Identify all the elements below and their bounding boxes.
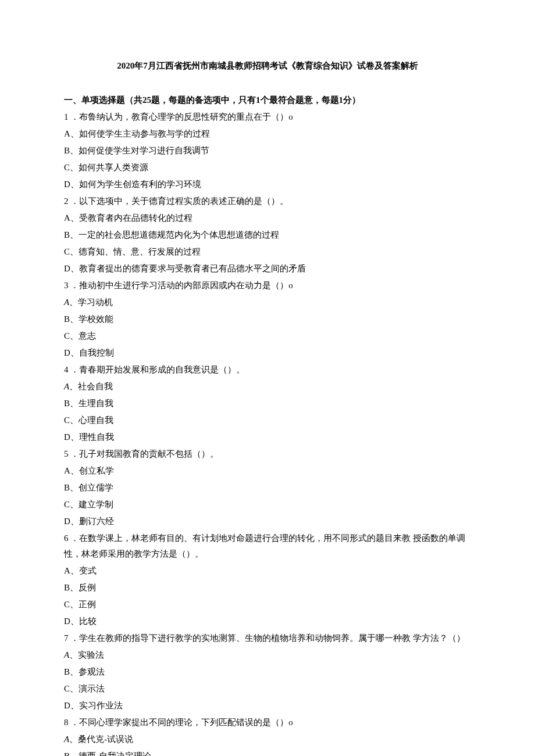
question-2-option-b: B、一定的社会思想道德规范内化为个体思想道德的过程 [64, 227, 471, 243]
question-1-option-c: C、如何共享人类资源 [64, 160, 471, 175]
question-7-option-c: C、演示法 [64, 681, 471, 697]
italic-a-label: A [64, 734, 69, 744]
question-3-option-c: C、意志 [64, 328, 471, 344]
question-6-option-b: B、反例 [64, 580, 471, 596]
italic-a-label: A [64, 650, 69, 660]
option-text: 、社会自我 [69, 382, 113, 391]
italic-a-label: A [64, 298, 69, 307]
question-1-option-a: A、如何使学生主动参与教与学的过程 [64, 126, 471, 142]
question-2-text: 2 ．以下选项中，关于德育过程实质的表述正确的是（）。 [64, 194, 471, 209]
question-5-option-b: B、创立儒学 [64, 480, 471, 496]
option-text: 、实验法 [69, 650, 104, 660]
question-3-option-b: B、学校效能 [64, 311, 471, 327]
question-1-option-b: B、如何促使学生对学习进行自我调节 [64, 143, 471, 159]
document-title: 2020年7月江西省抚州市南城县教师招聘考试《教育综合知识》试卷及答案解析 [64, 58, 471, 74]
question-5-text: 5 ．孔子对我国教育的贡献不包括（）。 [64, 446, 471, 462]
question-8-option-b: B、德西-自我决定理论 [64, 748, 471, 756]
question-5-option-d: D、删订六经 [64, 514, 471, 529]
question-3-option-d: D、自我控制 [64, 345, 471, 361]
question-7-option-a: A、实验法 [64, 647, 471, 663]
question-5-option-a: A、创立私学 [64, 463, 471, 479]
question-4-option-c: C、心理自我 [64, 413, 471, 428]
question-5-option-c: C、建立学制 [64, 497, 471, 513]
question-7-option-b: B、参观法 [64, 664, 471, 680]
section-header: 一、单项选择题（共25题，每题的备选项中，只有1个最符合题意，每题1分） [64, 92, 471, 108]
question-2-option-d: D、教育者提出的德育要求与受教育者已有品德水平之间的矛盾 [64, 261, 471, 277]
question-4-text: 4 ．青春期开始发展和形成的自我意识是（）。 [64, 362, 471, 378]
question-4-option-a: A、社会自我 [64, 379, 471, 395]
question-3-option-a: A、学习动机 [64, 295, 471, 310]
question-6-option-d: D、比较 [64, 614, 471, 629]
question-4-option-b: B、生理自我 [64, 396, 471, 411]
question-7-text: 7 ．学生在教师的指导下进行教学的实地测算、生物的植物培养和动物饲养。属于哪一种… [64, 630, 471, 646]
question-8-option-a: A、桑代克-试误说 [64, 732, 471, 747]
question-6-text: 6 ．在数学课上，林老师有目的、有计划地对命题进行合理的转化，用不同形式的题目来… [64, 531, 471, 562]
option-text: 、桑代克-试误说 [69, 734, 133, 744]
question-6-option-c: C、正例 [64, 597, 471, 612]
question-1-option-d: D、如何为学生创造有利的学习环境 [64, 177, 471, 192]
question-1-text: 1 ．布鲁纳认为，教育心理学的反思性研究的重点在于（）o [64, 109, 471, 125]
question-3-text: 3 ．推动初中生进行学习活动的内部原因或内在动力是（）o [64, 278, 471, 293]
question-4-option-d: D、理性自我 [64, 429, 471, 445]
question-2-option-c: C、德育知、情、意、行发展的过程 [64, 244, 471, 260]
question-2-option-a: A、受教育者内在品德转化的过程 [64, 210, 471, 226]
question-6-option-a: A、变式 [64, 563, 471, 579]
italic-a-label: A [64, 382, 69, 391]
question-8-text: 8 ．不同心理学家提出不同的理论，下列匹配错误的是（）o [64, 715, 471, 730]
option-text: 、学习动机 [69, 298, 113, 307]
question-7-option-d: D、实习作业法 [64, 698, 471, 714]
